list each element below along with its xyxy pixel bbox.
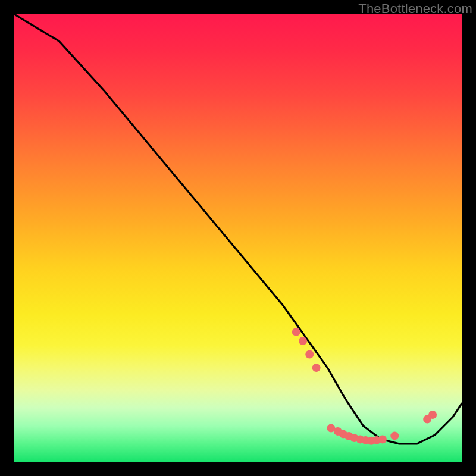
highlight-dot	[390, 431, 399, 440]
watermark-label: TheBottleneck.com	[358, 1, 472, 17]
plot-area	[14, 14, 462, 462]
highlight-dot	[428, 411, 437, 419]
highlight-dot	[305, 350, 314, 359]
curve-line	[14, 14, 462, 444]
highlight-dot	[378, 435, 387, 443]
chart-frame: TheBottleneck.com	[0, 0, 476, 476]
chart-svg	[14, 14, 462, 462]
highlight-dot	[292, 328, 300, 336]
highlight-dot	[299, 337, 307, 345]
highlight-dot	[312, 364, 321, 372]
